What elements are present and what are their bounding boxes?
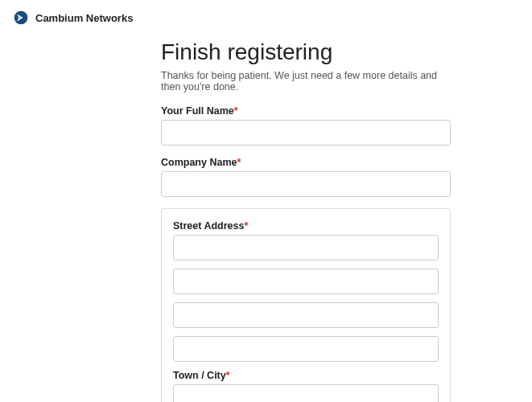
- company-group: Company Name*: [161, 157, 451, 197]
- street-input-1[interactable]: [173, 235, 439, 260]
- required-mark: *: [244, 220, 248, 232]
- street-label-text: Street Address: [173, 220, 244, 232]
- street-input-4[interactable]: [173, 336, 439, 362]
- full-name-label-text: Your Full Name: [161, 105, 234, 117]
- full-name-input[interactable]: [161, 120, 451, 146]
- required-mark: *: [237, 157, 241, 168]
- town-input[interactable]: [173, 384, 439, 402]
- full-name-group: Your Full Name*: [161, 105, 451, 146]
- street-input-2[interactable]: [173, 269, 439, 294]
- town-group: Town / City*: [173, 370, 439, 402]
- cambium-logo-icon: [13, 10, 29, 26]
- street-label: Street Address*: [173, 220, 439, 232]
- company-label: Company Name*: [161, 157, 451, 168]
- street-group: Street Address*: [173, 220, 439, 362]
- registration-form: Finish registering Thanks for being pati…: [161, 35, 451, 402]
- brand-name: Cambium Networks: [35, 12, 133, 24]
- full-name-label: Your Full Name*: [161, 105, 451, 117]
- page-subtitle: Thanks for being patient. We just need a…: [161, 70, 451, 92]
- required-mark: *: [226, 370, 230, 381]
- town-label-text: Town / City: [173, 370, 226, 381]
- header: Cambium Networks: [0, 0, 532, 35]
- address-section: Street Address* Town / City* State / Pro…: [161, 208, 451, 402]
- svg-point-1: [21, 17, 23, 19]
- street-input-3[interactable]: [173, 302, 439, 328]
- company-input[interactable]: [161, 171, 451, 197]
- company-label-text: Company Name: [161, 157, 237, 168]
- page-title: Finish registering: [161, 39, 451, 65]
- town-label: Town / City*: [173, 370, 439, 381]
- required-mark: *: [234, 105, 238, 117]
